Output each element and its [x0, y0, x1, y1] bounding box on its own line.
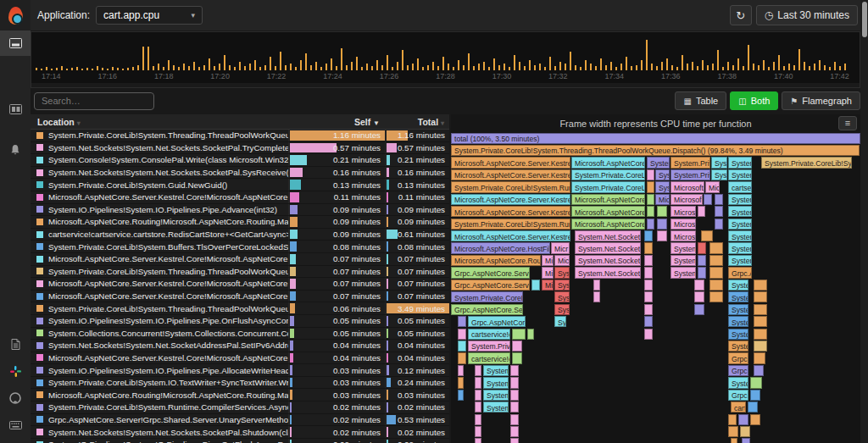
flamegraph-frame[interactable] — [731, 438, 737, 443]
flamegraph-frame[interactable]: System.F — [728, 329, 748, 340]
flamegraph-frame[interactable] — [728, 426, 738, 437]
flamegraph-frame[interactable] — [750, 414, 760, 425]
flamegraph-frame[interactable] — [644, 304, 653, 315]
flamegraph-frame[interactable]: Syste — [711, 157, 727, 168]
flamegraph-frame[interactable]: Microso — [670, 230, 696, 241]
sidebar-item-slack[interactable] — [0, 358, 31, 384]
flamegraph-frame[interactable]: Syste — [554, 280, 570, 291]
flamegraph-frame[interactable]: Syste — [711, 169, 727, 180]
table-row[interactable]: Microsoft.AspNetCore.Server.Kestrel.Core… — [31, 253, 449, 266]
flamegraph-frame[interactable]: Syste — [554, 304, 570, 315]
flamegraph-frame[interactable] — [644, 291, 653, 302]
flamegraph-frame[interactable] — [475, 401, 481, 413]
flamegraph-frame[interactable] — [647, 169, 654, 180]
flamegraph-frame[interactable]: System.F — [728, 304, 748, 315]
table-row[interactable]: System.Private.CoreLib!System.Guid.NewGu… — [31, 179, 449, 191]
flamegraph-frame[interactable] — [512, 329, 526, 340]
flamegraph-frame[interactable] — [475, 377, 481, 388]
flamegraph-frame[interactable]: cartservice!cart — [468, 352, 510, 363]
flamegraph-frame[interactable] — [709, 267, 723, 278]
flamegraph-frame[interactable] — [750, 390, 760, 401]
flamegraph-frame[interactable]: Syste — [554, 291, 570, 302]
application-select[interactable]: cart.app.cpu ▾ — [96, 6, 203, 25]
flamegraph-frame[interactable] — [715, 194, 723, 205]
sidebar-item-keyboard-shortcuts[interactable] — [0, 413, 31, 438]
flamegraph-frame[interactable]: Grpc.Asp — [728, 267, 752, 278]
flamegraph-frame[interactable]: System.Net.Sockets!Sy — [575, 267, 641, 278]
flamegraph-frame[interactable]: Syst — [554, 316, 566, 327]
flamegraph-frame[interactable]: System.F — [728, 341, 748, 352]
flamegraph-frame[interactable] — [657, 219, 667, 230]
flamegraph-frame[interactable] — [754, 329, 767, 340]
flamegraph-frame[interactable]: System.I — [647, 157, 670, 168]
flamegraph-frame[interactable]: total (100%, 3.50 minutes) — [451, 133, 860, 144]
sidebar-item-single-view[interactable] — [0, 30, 31, 56]
flamegraph-frame[interactable] — [510, 365, 519, 376]
flamegraph-frame[interactable]: Microsoft.AspNetCore. — [571, 206, 645, 217]
scrollbar-thumb[interactable] — [862, 2, 867, 37]
flamegraph-frame[interactable] — [728, 414, 737, 425]
flamegraph-frame[interactable] — [475, 426, 481, 437]
table-row[interactable]: System.IO.Pipelines!System.IO.Pipelines.… — [31, 204, 449, 217]
flamegraph-frame[interactable]: Grpc.AspNetCore.Server!Gr — [451, 267, 530, 278]
flamegraph-frame[interactable] — [748, 401, 758, 413]
flamegraph-frame[interactable]: Microsoft.AspNetCore.HostFilteri — [451, 242, 550, 253]
column-header-location[interactable]: Location ▾ — [31, 117, 288, 127]
flamegraph-frame[interactable]: System.C — [483, 365, 509, 376]
table-row[interactable]: cartservice!cartservice.cartstore.RedisC… — [31, 229, 449, 241]
flamegraph-frame[interactable]: cartservi — [728, 181, 752, 192]
flamegraph-frame[interactable] — [475, 438, 481, 443]
search-input[interactable] — [34, 92, 154, 110]
table-row[interactable]: System.IO.Pipelines!System.IO.Pipelines.… — [31, 315, 449, 328]
flamegraph-frame[interactable]: System.P — [728, 157, 752, 168]
flamegraph-frame[interactable]: Microsoft.AspNetCore.Server.Kestrel.Core… — [451, 194, 570, 205]
table-row[interactable]: System.Collections.Concurrent!System.Col… — [31, 328, 449, 341]
flamegraph-frame[interactable] — [593, 280, 600, 291]
flamegraph-frame[interactable] — [709, 255, 723, 266]
table-row[interactable]: Microsoft.AspNetCore.Server.Kestrel.Core… — [31, 352, 449, 365]
flamegraph-frame[interactable] — [512, 352, 522, 363]
flamegraph-frame[interactable]: Micr — [551, 242, 570, 253]
time-range-button[interactable]: ◷ Last 30 minutes — [756, 5, 858, 25]
flamegraph-frame[interactable] — [647, 206, 654, 217]
flamegraph-frame[interactable] — [704, 194, 712, 205]
flamegraph-frame[interactable] — [754, 341, 767, 352]
view-button-flamegraph[interactable]: ⚑Flamegraph — [782, 91, 860, 110]
flamegraph-frame[interactable] — [644, 267, 653, 278]
table-row[interactable]: System.Net.Sockets!System.Net.Sockets.So… — [31, 426, 449, 439]
flamegraph-frame[interactable]: Grpc.Asp — [728, 352, 748, 363]
flamegraph-frame[interactable]: System.Privat — [670, 157, 710, 168]
flamegraph-frame[interactable]: Micr — [542, 255, 554, 266]
sidebar-item-alerts[interactable] — [0, 137, 31, 163]
flamegraph-frame[interactable] — [742, 438, 750, 443]
flamegraph-frame[interactable]: Microsoft.AspNetCore. — [571, 194, 645, 205]
flamegraph-frame[interactable]: System.Private.CoreLib!System.Threading.… — [451, 145, 860, 156]
table-row[interactable]: System.Net.Sockets!System.Net.Sockets.So… — [31, 167, 449, 180]
flamegraph-frame[interactable]: System.F — [728, 255, 752, 266]
app-logo[interactable] — [0, 0, 31, 30]
table-row[interactable]: System.Private.CoreLib!System.Runtime.Co… — [31, 401, 449, 414]
flamegraph-frame[interactable]: Microsoft.AspNetCore. — [571, 219, 645, 230]
flamegraph-frame[interactable]: System. — [670, 255, 696, 266]
sidebar-item-github[interactable] — [0, 385, 31, 411]
table-row[interactable]: System.IO.Pipelines!System.IO.Pipelines.… — [31, 439, 449, 443]
flamegraph-frame[interactable] — [694, 291, 704, 302]
sidebar-item-docs[interactable] — [0, 331, 31, 357]
table-row[interactable]: System.Net.Sockets!System.Net.Sockets.So… — [31, 142, 449, 155]
flamegraph-frame[interactable]: Microsoft.As — [670, 194, 703, 205]
flamegraph-frame[interactable] — [644, 316, 653, 327]
flamegraph-frame[interactable]: Micros — [655, 194, 670, 205]
flamegraph-frame[interactable] — [694, 304, 704, 315]
column-header-self[interactable]: Self ▼ — [288, 117, 385, 127]
flamegraph-frame[interactable]: System.F — [728, 291, 748, 302]
flamegraph-frame[interactable]: Microsoft — [670, 219, 696, 230]
flamegraph-frame[interactable] — [698, 242, 706, 253]
table-row[interactable]: Grpc.AspNetCore.Server!Grpc.Shared.Serve… — [31, 414, 449, 427]
flamegraph-frame[interactable] — [709, 242, 723, 253]
flamegraph-frame[interactable]: System.F — [728, 316, 748, 327]
flamegraph-frame[interactable]: cartservice!cart — [468, 329, 510, 340]
flamegraph-frame[interactable]: Microsoft.AspNetCore.Server.Kestrel.Core… — [451, 157, 570, 168]
flamegraph-frame[interactable] — [750, 377, 762, 388]
flamegraph-frame[interactable] — [647, 194, 654, 205]
table-row[interactable]: Microsoft.AspNetCore.Server.Kestrel.Core… — [31, 278, 449, 291]
